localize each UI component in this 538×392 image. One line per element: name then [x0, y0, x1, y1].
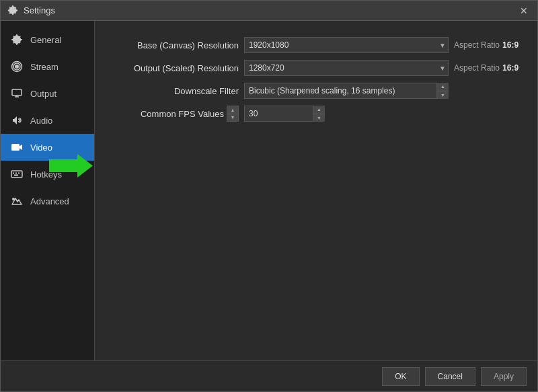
downscale-spinner: ▲ ▼ — [436, 83, 449, 99]
fps-down-btn[interactable]: ▼ — [313, 114, 325, 122]
downscale-filter-input[interactable] — [244, 83, 449, 99]
settings-icon — [7, 5, 18, 16]
base-resolution-select[interactable]: 1920x1080 — [244, 37, 449, 53]
svg-rect-3 — [11, 171, 22, 178]
output-aspect-label: Aspect Ratio — [454, 63, 500, 73]
output-icon — [10, 87, 24, 100]
sidebar-item-video[interactable]: Video — [1, 134, 94, 161]
base-resolution-control[interactable]: 1920x1080 ▼ — [244, 37, 449, 53]
sidebar-item-general[interactable]: General — [1, 26, 94, 53]
base-resolution-label: Base (Canvas) Resolution — [111, 40, 239, 50]
cancel-button[interactable]: Cancel — [425, 367, 475, 386]
svg-rect-2 — [11, 144, 20, 151]
svg-rect-5 — [15, 173, 17, 174]
svg-rect-6 — [18, 173, 20, 174]
fps-up-btn[interactable]: ▲ — [313, 106, 325, 114]
gear-icon — [10, 33, 24, 46]
settings-window: Settings ✕ General — [0, 0, 538, 392]
video-icon — [10, 141, 24, 154]
fps-type-down-btn[interactable]: ▼ — [227, 114, 238, 122]
base-resolution-row: Base (Canvas) Resolution 1920x1080 ▼ Asp… — [111, 37, 521, 53]
sidebar-item-hotkeys[interactable]: Hotkeys — [1, 161, 94, 188]
sidebar-item-stream[interactable]: Stream — [1, 53, 94, 80]
fps-label: Common FPS Values — [141, 109, 224, 119]
output-resolution-select[interactable]: 1280x720 — [244, 60, 449, 76]
downscale-down-btn[interactable]: ▼ — [437, 91, 449, 100]
fps-value-control[interactable]: ▲ ▼ — [244, 106, 325, 122]
base-aspect-value: 16:9 — [502, 40, 518, 50]
bottom-bar: OK Cancel Apply — [1, 360, 537, 391]
settings-fields: Base (Canvas) Resolution 1920x1080 ▼ Asp… — [111, 37, 521, 122]
downscale-filter-label: Downscale Filter — [111, 86, 239, 96]
downscale-filter-row: Downscale Filter ▲ ▼ — [111, 83, 521, 99]
advanced-icon — [10, 194, 24, 208]
output-resolution-label: Output (Scaled) Resolution — [111, 63, 239, 73]
output-resolution-row: Output (Scaled) Resolution 1280x720 ▼ As… — [111, 60, 521, 76]
svg-rect-1 — [12, 89, 22, 95]
sidebar-item-output[interactable]: Output — [1, 80, 94, 107]
svg-rect-7 — [14, 175, 18, 176]
sidebar-item-advanced[interactable]: Advanced — [1, 188, 94, 214]
main-content: General Stream — [1, 21, 537, 360]
fps-value-spinner: ▲ ▼ — [313, 106, 325, 122]
sidebar-item-general-label: General — [30, 35, 61, 45]
sidebar-item-hotkeys-label: Hotkeys — [30, 169, 62, 180]
downscale-filter-control[interactable]: ▲ ▼ — [244, 83, 449, 99]
apply-button[interactable]: Apply — [481, 367, 527, 386]
output-resolution-control[interactable]: 1280x720 ▼ — [244, 60, 449, 76]
hotkeys-icon — [10, 167, 24, 181]
sidebar-item-output-label: Output — [30, 89, 56, 99]
sidebar-item-stream-label: Stream — [30, 62, 59, 72]
sidebar: General Stream — [1, 21, 95, 360]
close-button[interactable]: ✕ — [517, 4, 531, 17]
base-aspect-label: Aspect Ratio — [454, 40, 500, 50]
audio-icon — [10, 114, 24, 127]
titlebar-left: Settings — [7, 5, 55, 16]
fps-label-cell: Common FPS Values ▲ ▼ — [111, 106, 239, 122]
sidebar-item-video-label: Video — [30, 143, 52, 153]
base-aspect-ratio: Aspect Ratio 16:9 — [454, 40, 521, 50]
sidebar-item-advanced-label: Advanced — [30, 196, 69, 206]
fps-row: Common FPS Values ▲ ▼ ▲ ▼ — [111, 106, 521, 122]
svg-point-0 — [15, 65, 19, 69]
titlebar: Settings ✕ — [1, 1, 537, 21]
fps-type-up-btn[interactable]: ▲ — [227, 106, 238, 114]
stream-icon — [10, 60, 24, 73]
window-title: Settings — [24, 5, 55, 15]
output-aspect-ratio: Aspect Ratio 16:9 — [454, 63, 521, 73]
fps-type-spinner: ▲ ▼ — [227, 106, 239, 122]
svg-point-8 — [12, 198, 15, 200]
sidebar-item-audio-label: Audio — [30, 116, 52, 126]
downscale-up-btn[interactable]: ▲ — [437, 83, 449, 91]
ok-button[interactable]: OK — [382, 367, 419, 386]
output-aspect-value: 16:9 — [502, 63, 518, 73]
main-panel: Base (Canvas) Resolution 1920x1080 ▼ Asp… — [95, 21, 537, 360]
svg-rect-4 — [13, 173, 14, 174]
sidebar-item-audio[interactable]: Audio — [1, 107, 94, 134]
